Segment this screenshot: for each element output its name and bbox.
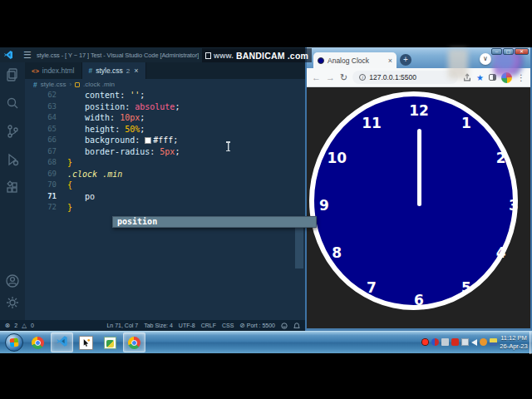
code-line[interactable]: 67border-radius: 5px; xyxy=(25,146,305,158)
autocomplete-popup[interactable]: position xyxy=(112,216,317,228)
extensions-icon[interactable] xyxy=(5,180,20,195)
tab-style-css[interactable]: # style.css 2 × xyxy=(82,62,146,79)
line-number: 64 xyxy=(25,112,62,124)
clock-number: 2 xyxy=(496,150,506,166)
status-eol[interactable]: CRLF xyxy=(201,323,216,328)
clock-number: 5 xyxy=(461,279,471,296)
code-line[interactable]: 68} xyxy=(25,157,305,169)
code-text: height: 50%; xyxy=(62,124,145,135)
browser-titlebar: – ▢ ✕ Analog Clock × + ∨ xyxy=(307,47,530,68)
line-number: 69 xyxy=(25,169,62,180)
breadcrumb-separator: › xyxy=(69,81,71,88)
webcam-overlay-blur xyxy=(448,49,468,79)
breadcrumb[interactable]: # style.css › .clock .min xyxy=(25,79,305,90)
code-text: po xyxy=(62,191,95,203)
page-viewport: 123456789101112 xyxy=(307,87,530,328)
address-bar[interactable]: i 127.0.0.1:5500 xyxy=(352,71,458,84)
tab-index-html[interactable]: <> index.html xyxy=(25,62,82,79)
code-editor[interactable]: 62content: '';63position: absolute;64wid… xyxy=(25,90,305,320)
watermark-www: www. xyxy=(214,52,234,60)
code-line[interactable]: 69.clock .min xyxy=(25,169,305,180)
clock-number: 6 xyxy=(414,292,424,308)
mouse-cursor-icon xyxy=(79,336,93,350)
menu-icon[interactable]: ☰ xyxy=(23,51,32,60)
explorer-icon[interactable] xyxy=(5,67,20,82)
account-icon[interactable] xyxy=(5,273,20,288)
settings-gear-icon[interactable] xyxy=(5,295,20,310)
tab-search-chevron-icon[interactable]: ∨ xyxy=(480,53,491,65)
code-text: border-radius: 5px; xyxy=(62,146,180,158)
code-line[interactable]: 62content: ''; xyxy=(25,90,305,101)
taskbar-clock[interactable]: 11:12 PM 26-Apr-23 xyxy=(497,334,530,351)
status-port[interactable]: Port : 5500 xyxy=(247,323,275,328)
breadcrumb-symbol[interactable]: .clock .min xyxy=(83,81,115,88)
taskbar-bandicam-button[interactable] xyxy=(99,332,121,352)
code-line[interactable]: 71po xyxy=(25,191,305,203)
tab-close-icon[interactable]: × xyxy=(134,66,138,75)
feedback-icon[interactable] xyxy=(281,323,288,329)
bookmark-star-icon[interactable]: ★ xyxy=(476,73,484,82)
start-button[interactable] xyxy=(2,332,25,352)
reload-icon[interactable]: ↻ xyxy=(340,73,347,82)
status-encoding[interactable]: UTF-8 xyxy=(179,323,195,328)
tray-action-center-icon[interactable] xyxy=(490,338,497,346)
close-button[interactable]: ✕ xyxy=(515,48,529,55)
code-text: content: ''; xyxy=(62,90,145,101)
run-debug-icon[interactable] xyxy=(5,152,20,167)
site-info-icon[interactable]: i xyxy=(359,74,366,81)
color-swatch xyxy=(145,137,151,144)
code-line[interactable]: 66background: #fff; xyxy=(25,135,305,146)
taskbar-cursor-tool-button[interactable] xyxy=(75,332,97,352)
url-text[interactable]: 127.0.0.1:5500 xyxy=(369,73,416,81)
search-icon[interactable] xyxy=(5,96,20,111)
tray-network-icon[interactable] xyxy=(461,338,469,346)
code-line[interactable]: 64width: 10px; xyxy=(25,112,305,124)
window-title: style.css - [ Y ~ 17 ] Test - Visual Stu… xyxy=(37,52,199,59)
back-icon[interactable]: ← xyxy=(312,73,321,82)
autocomplete-selected[interactable]: position xyxy=(117,217,157,226)
editor-tabs: <> index.html # style.css 2 × xyxy=(25,62,305,79)
breadcrumb-file[interactable]: style.css xyxy=(41,81,66,88)
taskbar-chrome-active-button[interactable] xyxy=(123,332,145,352)
tray-input-icon[interactable] xyxy=(441,338,449,346)
warnings-count[interactable]: 0 xyxy=(31,323,34,328)
forward-icon[interactable]: → xyxy=(326,73,335,82)
clock-number: 4 xyxy=(496,244,506,261)
code-line[interactable]: 63position: absolute; xyxy=(25,101,305,113)
css-file-icon: # xyxy=(33,81,37,89)
browser-tab[interactable]: Analog Clock × xyxy=(313,52,397,68)
status-line-col[interactable]: Ln 71, Col 7 xyxy=(106,323,138,328)
notifications-bell-icon[interactable] xyxy=(293,323,300,329)
code-line[interactable]: 70{ xyxy=(25,180,305,191)
taskbar-vscode-button[interactable] xyxy=(51,332,73,352)
line-number: 63 xyxy=(25,101,62,113)
code-line[interactable]: 72} xyxy=(25,202,305,214)
new-tab-button[interactable]: + xyxy=(400,54,411,66)
taskbar-chrome-button[interactable] xyxy=(27,332,49,352)
errors-icon[interactable]: ⊗ xyxy=(5,322,10,329)
clock-number: 1 xyxy=(461,115,471,131)
warnings-icon[interactable]: △ xyxy=(22,322,27,329)
browser-tab-title: Analog Clock xyxy=(328,57,369,65)
watermark-tld: .com xyxy=(288,51,308,61)
source-control-icon[interactable] xyxy=(5,124,20,139)
maximize-button[interactable]: ▢ xyxy=(503,48,514,55)
status-language[interactable]: CSS xyxy=(222,323,234,328)
minimize-button[interactable]: – xyxy=(491,48,502,55)
tray-volume-icon[interactable] xyxy=(471,339,477,346)
tab-close-icon[interactable]: × xyxy=(388,57,392,65)
tray-bandicam-icon[interactable] xyxy=(451,338,459,346)
tray-record-icon[interactable] xyxy=(421,338,429,346)
code-text: position: absolute; xyxy=(62,101,180,113)
css-file-icon: # xyxy=(89,66,93,75)
tray-alert-icon[interactable] xyxy=(480,338,487,346)
side-panel-icon[interactable] xyxy=(489,74,496,81)
tray-app-icon[interactable] xyxy=(431,338,439,346)
errors-count[interactable]: 2 xyxy=(14,323,17,328)
line-number: 68 xyxy=(25,157,62,169)
status-tab-size[interactable]: Tab Size: 4 xyxy=(144,323,173,328)
clock-number: 9 xyxy=(319,197,329,214)
editor-area: <> index.html # style.css 2 × # style.cs… xyxy=(25,62,305,320)
code-line[interactable]: 65height: 50%; xyxy=(25,124,305,135)
code-text: { xyxy=(62,180,72,191)
